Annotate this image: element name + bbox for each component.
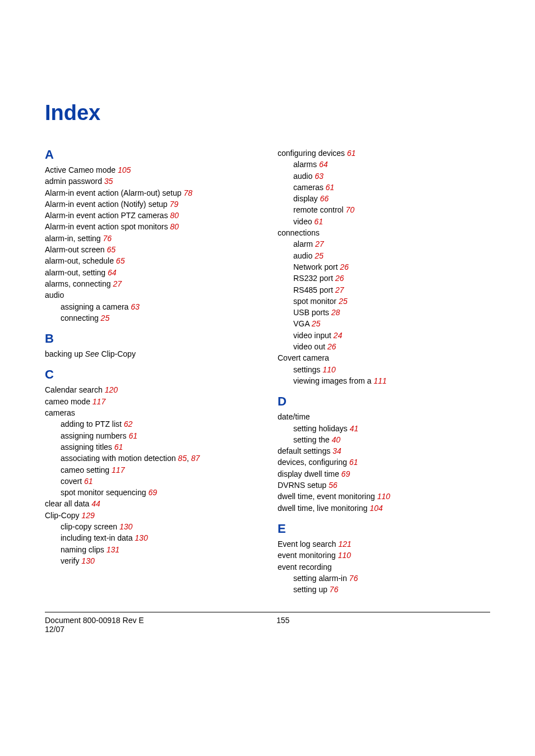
entry-text: assigning numbers — [61, 431, 128, 440]
page-reference[interactable]: 44 — [91, 499, 100, 508]
entry-text: display — [293, 194, 320, 203]
right-column: configuring devices 61alarms 64audio 63c… — [278, 147, 490, 595]
page-reference[interactable]: 61 — [314, 217, 323, 226]
index-entry: setting alarm-in 76 — [293, 573, 490, 584]
index-entry: assigning titles 61 — [61, 441, 257, 453]
page-reference[interactable]: 41 — [349, 424, 358, 433]
index-section-heading: A — [45, 147, 257, 162]
entry-text: Alarm-in event action PTZ cameras — [45, 211, 170, 220]
entry-text: admin password — [45, 177, 104, 186]
index-entry: clip-copy screen 130 — [61, 521, 257, 532]
page-reference[interactable]: 64 — [108, 268, 117, 277]
page-reference[interactable]: 34 — [333, 446, 342, 455]
entry-text: alarm — [293, 239, 315, 248]
page-reference[interactable]: 76 — [349, 574, 358, 583]
page-reference[interactable]: 121 — [338, 540, 351, 548]
entry-text: event monitoring — [278, 551, 338, 560]
entry-text: audio — [45, 291, 64, 299]
page-reference[interactable]: 78 — [183, 188, 192, 197]
page-reference[interactable]: 110 — [377, 492, 390, 501]
page-reference[interactable]: 61 — [347, 149, 356, 158]
page-reference[interactable]: 79 — [170, 200, 179, 209]
index-entry: alarm-in, setting 76 — [45, 233, 257, 244]
page-reference[interactable]: 28 — [331, 308, 340, 317]
page-reference[interactable]: 26 — [328, 342, 336, 351]
page-reference[interactable]: 85 — [178, 454, 187, 463]
page-reference[interactable]: 61 — [349, 458, 358, 467]
page-reference[interactable]: 25 — [339, 297, 348, 306]
page-reference[interactable]: 24 — [334, 331, 343, 340]
entry-text: connections — [278, 228, 320, 237]
page-reference[interactable]: 62 — [124, 420, 133, 428]
page-reference[interactable]: 117 — [93, 397, 105, 406]
page-reference[interactable]: 110 — [322, 365, 335, 374]
page-reference[interactable]: 61 — [128, 431, 137, 440]
index-entry: configuring devices 61 — [278, 147, 490, 159]
page-reference[interactable]: 70 — [345, 205, 354, 214]
index-entry: event monitoring 110 — [278, 550, 490, 561]
page-reference[interactable]: 80 — [170, 211, 179, 220]
page-reference[interactable]: 76 — [103, 234, 112, 243]
index-entry: alarms 64 — [293, 159, 490, 170]
index-entry: date/time — [278, 411, 490, 422]
page-reference[interactable]: 56 — [329, 481, 338, 490]
page-reference[interactable]: 76 — [330, 585, 339, 594]
entry-text: setting holidays — [293, 424, 349, 433]
page-reference[interactable]: 63 — [315, 172, 324, 181]
entry-text: assigning a camera — [61, 302, 131, 311]
page-reference[interactable]: 69 — [148, 488, 157, 497]
page-reference[interactable]: 26 — [340, 262, 349, 271]
index-entry: default settings 34 — [278, 445, 490, 457]
index-entry: Active Cameo mode 105 — [45, 164, 257, 176]
entry-text: Alarm-in event action (Notify) setup — [45, 200, 170, 209]
page-reference[interactable]: 69 — [342, 469, 350, 478]
entry-text: alarms — [293, 160, 319, 169]
page-reference[interactable]: 65 — [116, 256, 125, 265]
page-reference[interactable]: 25 — [101, 314, 110, 322]
index-section-heading: E — [278, 522, 490, 536]
page-reference[interactable]: 104 — [370, 504, 382, 513]
page-reference[interactable]: 87 — [191, 454, 200, 463]
page-reference[interactable]: 27 — [113, 279, 122, 288]
page-reference[interactable]: 111 — [373, 376, 386, 385]
index-entry: cameo setting 117 — [61, 464, 257, 476]
page-reference[interactable]: 65 — [107, 245, 116, 254]
page-reference[interactable]: 120 — [105, 385, 118, 394]
page-reference[interactable]: 130 — [135, 533, 147, 542]
entry-text: naming clips — [61, 545, 107, 554]
index-entry: video input 24 — [293, 330, 490, 341]
page-reference[interactable]: 27 — [335, 285, 344, 294]
page-reference[interactable]: 80 — [170, 222, 179, 231]
index-entry: assigning numbers 61 — [61, 430, 257, 441]
page-reference[interactable]: 26 — [335, 274, 344, 283]
page-reference[interactable]: 63 — [131, 302, 140, 311]
page-reference[interactable]: 105 — [118, 165, 131, 174]
page-reference[interactable]: 110 — [338, 551, 350, 560]
page-reference[interactable]: 25 — [315, 251, 324, 260]
page-footer: Document 800-00918 Rev E 12/07 155 — [45, 612, 490, 634]
entry-text: associating with motion detection — [61, 454, 178, 463]
index-section-heading: B — [45, 331, 257, 346]
page-reference[interactable]: 117 — [112, 465, 124, 474]
page-reference[interactable]: 27 — [315, 239, 324, 248]
index-section-heading: C — [45, 367, 257, 382]
page-reference[interactable]: 64 — [319, 160, 328, 169]
index-entry: USB ports 28 — [293, 307, 490, 318]
entry-text: including text-in data — [61, 533, 135, 542]
index-entry: setting up 76 — [293, 584, 490, 595]
entry-text: RS485 port — [293, 285, 335, 294]
index-section-heading: D — [278, 394, 490, 409]
page-title: Index — [45, 101, 490, 125]
page-reference[interactable]: 66 — [320, 194, 329, 203]
page-reference[interactable]: 130 — [119, 522, 132, 531]
page-reference[interactable]: 25 — [312, 319, 321, 328]
page-reference[interactable]: 40 — [332, 435, 341, 444]
index-entry: cameras 61 — [293, 182, 490, 193]
page-reference[interactable]: 129 — [81, 511, 94, 520]
page-reference[interactable]: 130 — [81, 556, 94, 565]
page-reference[interactable]: 61 — [84, 477, 93, 486]
page-reference[interactable]: 35 — [104, 177, 113, 186]
page-reference[interactable]: 61 — [114, 442, 123, 451]
page-reference[interactable]: 61 — [326, 183, 335, 192]
page-reference[interactable]: 131 — [107, 545, 119, 554]
